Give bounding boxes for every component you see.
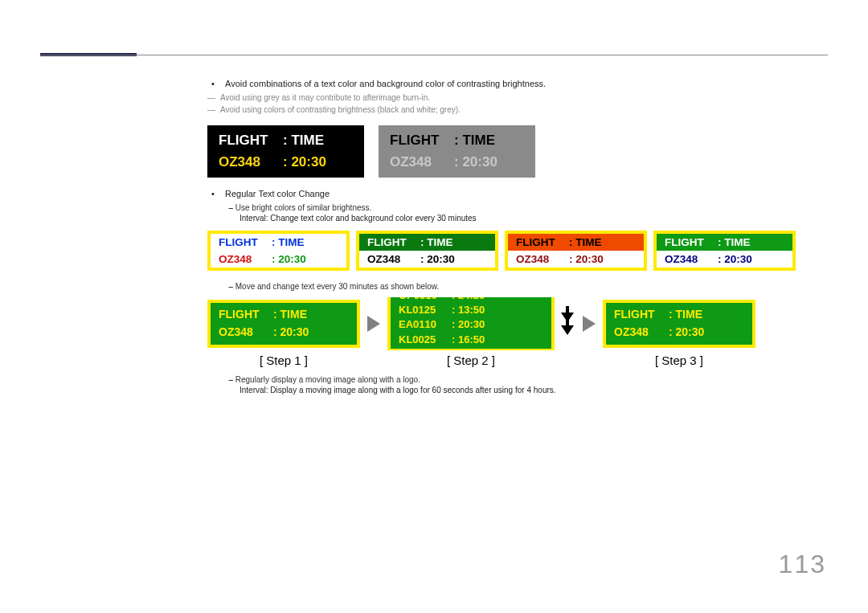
contrast-examples: FLIGHT: TIME OZ348: 20:30 FLIGHT: TIME O… <box>207 125 802 178</box>
page-body: • Avoid combinations of a text color and… <box>207 79 802 396</box>
step-label: [ Step 1 ] <box>207 353 360 367</box>
cell: : TIME <box>718 236 751 248</box>
cell: FLIGHT <box>219 306 268 324</box>
cell: : 20:30 <box>669 324 704 341</box>
cell: : 20:30 <box>273 324 309 341</box>
color-card: FLIGHT: TIME OZ348: 20:30 <box>505 231 647 271</box>
cell: : TIME <box>420 236 453 248</box>
cell: KL0125 <box>399 303 447 317</box>
sub-bullet: ‒ Use bright colors of similar brightnes… <box>228 203 802 212</box>
cell: FLIGHT <box>367 236 417 248</box>
step1-card: FLIGHT: TIME OZ348: 20:30 <box>207 300 360 347</box>
cell: OZ348 <box>219 152 276 173</box>
steps-row: FLIGHT: TIME OZ348: 20:30 OP0310: 24:20 … <box>207 297 802 350</box>
cell: : 20:30 <box>718 253 752 265</box>
cell: OZ348 <box>614 324 664 341</box>
cell: OZ348 <box>390 152 448 173</box>
note-line: ― Avoid using colors of contrasting brig… <box>207 105 802 114</box>
step-label: [ Step 2 ] <box>387 353 555 367</box>
cell: OZ348 <box>516 253 566 265</box>
cell: : TIME <box>273 306 307 324</box>
sub-bullet: ‒ Move and change text every 30 minutes … <box>228 282 802 291</box>
bullet-text: Regular Text color Change <box>225 189 330 198</box>
bullet-text: Avoid combinations of a text color and b… <box>225 79 546 88</box>
cell: : TIME <box>283 130 324 151</box>
cell: : TIME <box>569 236 602 248</box>
cell: : 20:30 <box>420 253 455 265</box>
panel-black: FLIGHT: TIME OZ348: 20:30 <box>207 125 364 178</box>
color-examples-row: FLIGHT: TIME OZ348: 20:30 FLIGHT: TIME O… <box>207 231 802 271</box>
cell: OZ348 <box>665 253 714 265</box>
panel-grey: FLIGHT: TIME OZ348: 20:30 <box>379 125 535 178</box>
cell: : 20:30 <box>272 253 306 265</box>
cell: : 16:50 <box>452 333 485 347</box>
step3-card: FLIGHT: TIME OZ348: 20:30 <box>603 300 755 347</box>
cell: : TIME <box>272 236 305 248</box>
sub-bullet: ‒ Regularly display a moving image along… <box>228 375 802 384</box>
bullet-item: • Regular Text color Change <box>207 189 802 198</box>
cell: OZ348 <box>367 253 417 265</box>
cell: OP0310 <box>399 297 447 303</box>
page-number: 113 <box>779 550 826 579</box>
cell: FLIGHT <box>614 306 664 324</box>
cell: KL0025 <box>399 333 447 347</box>
bullet-item: • Avoid combinations of a text color and… <box>207 79 802 88</box>
cell: FLIGHT <box>219 130 276 151</box>
header-rule <box>40 55 828 55</box>
sub-text: Interval: Display a moving image along w… <box>240 386 802 394</box>
sub-text: Interval: Change text color and backgrou… <box>240 214 802 223</box>
color-card: FLIGHT: TIME OZ348: 20:30 <box>207 231 350 271</box>
step-label: [ Step 3 ] <box>603 353 755 367</box>
cell: : 20:30 <box>283 152 326 173</box>
dash-icon: ― <box>207 105 215 114</box>
note-line: ― Avoid using grey as it may contribute … <box>207 93 802 102</box>
arrow-right-icon <box>365 316 383 332</box>
cell: FLIGHT <box>219 236 268 248</box>
cell: : TIME <box>669 306 702 324</box>
bullet-dot: • <box>207 189 219 198</box>
step-labels: [ Step 1 ] [ Step 2 ] [ Step 3 ] <box>207 353 802 367</box>
cell: EA0110 <box>399 317 447 332</box>
cell: : TIME <box>454 130 495 151</box>
dash-icon: ― <box>207 93 215 102</box>
cell: : 24:20 <box>452 297 485 303</box>
cell: OZ348 <box>219 324 268 341</box>
cell: : 20:30 <box>452 317 485 332</box>
bullet-dot: • <box>207 79 219 88</box>
cell: FLIGHT <box>390 130 448 151</box>
color-card: FLIGHT: TIME OZ348: 20:30 <box>356 231 498 271</box>
cell: : 13:50 <box>452 303 485 317</box>
note-text: Avoid using colors of contrasting bright… <box>220 105 461 114</box>
cell: FLIGHT <box>665 236 714 248</box>
cell: : 20:30 <box>569 253 604 265</box>
arrows-down-icon <box>559 311 575 337</box>
cell: : 20:30 <box>454 152 497 173</box>
cell: OZ348 <box>219 253 268 265</box>
arrow-right-icon <box>580 316 598 332</box>
cell: FLIGHT <box>516 236 566 248</box>
step2-card: OP0310: 24:20 KL0125: 13:50 EA0110: 20:3… <box>387 297 555 350</box>
note-text: Avoid using grey as it may contribute to… <box>220 93 430 102</box>
color-card: FLIGHT: TIME OZ348: 20:30 <box>653 231 796 271</box>
